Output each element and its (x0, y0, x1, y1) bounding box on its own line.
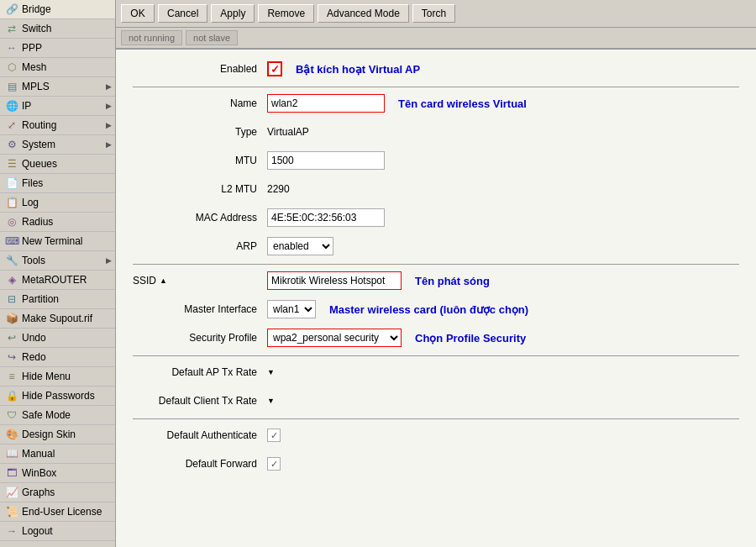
master-interface-label: Master Interface (133, 303, 267, 315)
ppp-icon: ↔ (5, 41, 18, 55)
mtu-row: MTU (133, 150, 739, 171)
sidebar-item-label-hidepass: Hide Passwords (22, 390, 95, 402)
name-input[interactable] (267, 94, 385, 113)
sidebar-item-routing[interactable]: ⤢Routing (0, 116, 115, 135)
divider-3 (133, 355, 739, 356)
divider-2 (133, 264, 739, 265)
sidebar-item-undo[interactable]: ↩Undo (0, 329, 115, 348)
remove-button[interactable]: Remove (258, 4, 314, 23)
ssid-input[interactable] (267, 271, 402, 290)
ssid-annotation: Tên phát sóng (415, 275, 490, 287)
logout-icon: → (5, 524, 18, 538)
mac-row: MAC Address (133, 207, 739, 229)
sidebar-item-label-manual: Manual (22, 448, 55, 460)
type-label: Type (133, 126, 267, 138)
torch-button[interactable]: Torch (412, 4, 455, 23)
sidebar-item-label-bridge: Bridge (22, 3, 51, 15)
hidemenu-icon: ≡ (5, 370, 18, 383)
sidebar-item-system[interactable]: ⚙System (0, 135, 115, 155)
sidebar-item-hidepass[interactable]: 🔒Hide Passwords (0, 387, 115, 406)
sidebar-item-redo[interactable]: ↪Redo (0, 348, 115, 367)
ssid-label: SSID ▲ (133, 275, 267, 287)
arp-value: enabled disabled proxy-arp reply-only (267, 237, 739, 255)
master-interface-select[interactable]: wlan1 wlan2 (267, 300, 316, 318)
advanced-mode-button[interactable]: Advanced Mode (318, 4, 409, 23)
arp-row: ARP enabled disabled proxy-arp reply-onl… (133, 235, 739, 257)
main-content: OK Cancel Apply Remove Advanced Mode Tor… (116, 0, 756, 547)
default-authenticate-value (267, 429, 739, 442)
sidebar-item-ppp[interactable]: ↔PPP (0, 39, 115, 58)
status-not-slave: not slave (186, 30, 238, 45)
sidebar-item-label-make: Make Supout.rif (22, 313, 92, 324)
sidebar-item-label-undo: Undo (22, 332, 46, 344)
form-area: Enabled Bật kích hoạt Virtual AP Name Tê… (116, 50, 756, 547)
default-ap-tx-row: Default AP Tx Rate ▼ (133, 361, 739, 383)
sidebar-item-mesh[interactable]: ⬡Mesh (0, 58, 115, 77)
sidebar-item-label-files: Files (22, 177, 43, 189)
metarouter-icon: ◈ (5, 273, 18, 287)
mtu-input[interactable] (267, 151, 385, 170)
security-profile-label: Security Profile (133, 332, 267, 344)
hidepass-icon: 🔒 (5, 389, 18, 402)
apply-button[interactable]: Apply (211, 4, 255, 23)
sidebar-item-label-hidemenu: Hide Menu (22, 371, 71, 382)
make-icon: 📦 (5, 312, 18, 325)
default-authenticate-row: Default Authenticate (133, 424, 739, 446)
sidebar-item-mpls[interactable]: ▤MPLS (0, 77, 115, 97)
sidebar-item-tools[interactable]: 🔧Tools (0, 251, 115, 271)
sidebar-item-make[interactable]: 📦Make Supout.rif (0, 309, 115, 329)
sidebar-item-label-routing: Routing (22, 119, 56, 131)
sidebar-item-queues[interactable]: ☰Queues (0, 155, 115, 174)
name-annotation: Tên card wireless Virtual (398, 97, 527, 110)
queues-icon: ☰ (5, 157, 18, 171)
designskin-icon: 🎨 (5, 428, 18, 441)
files-icon: 📄 (5, 176, 18, 190)
sidebar-item-log[interactable]: 📋Log (0, 193, 115, 213)
cancel-button[interactable]: Cancel (158, 4, 207, 23)
sidebar: 🔗Bridge⇄Switch↔PPP⬡Mesh▤MPLS🌐IP⤢Routing⚙… (0, 0, 116, 547)
sidebar-item-label-ppp: PPP (22, 42, 42, 54)
arp-select[interactable]: enabled disabled proxy-arp reply-only (267, 237, 333, 255)
sidebar-item-bridge[interactable]: 🔗Bridge (0, 0, 115, 19)
sidebar-item-metarouter[interactable]: ◈MetaROUTER (0, 271, 115, 290)
arp-label: ARP (133, 240, 267, 252)
mtu-label: MTU (133, 155, 267, 166)
sidebar-item-switch[interactable]: ⇄Switch (0, 19, 115, 39)
default-client-tx-value: ▼ (267, 397, 739, 405)
default-authenticate-label: Default Authenticate (133, 429, 267, 441)
sidebar-item-new-terminal[interactable]: ⌨New Terminal (0, 232, 115, 251)
sidebar-item-manual[interactable]: 📖Manual (0, 444, 115, 464)
default-forward-checkbox[interactable] (267, 457, 281, 471)
sidebar-item-radius[interactable]: ◎Radius (0, 213, 115, 232)
sidebar-item-label-graphs: Graphs (22, 487, 55, 498)
ok-button[interactable]: OK (121, 4, 155, 23)
sidebar-item-graphs[interactable]: 📈Graphs (0, 483, 115, 502)
default-client-tx-label: Default Client Tx Rate (133, 395, 267, 407)
mac-input[interactable] (267, 208, 385, 227)
sidebar-item-winbox[interactable]: 🗔WinBox (0, 464, 115, 483)
default-ap-tx-value: ▼ (267, 368, 739, 376)
sidebar-item-files[interactable]: 📄Files (0, 174, 115, 193)
sidebar-item-hidemenu[interactable]: ≡Hide Menu (0, 367, 115, 387)
enabled-row: Enabled Bật kích hoạt Virtual AP (133, 58, 739, 80)
sidebar-item-designskin[interactable]: 🎨Design Skin (0, 425, 115, 444)
ssid-arrow-icon: ▲ (160, 276, 167, 285)
enabled-checkbox[interactable] (267, 61, 282, 76)
enabled-label: Enabled (133, 63, 267, 75)
master-interface-row: Master Interface wlan1 wlan2 Master wire… (133, 298, 739, 320)
sidebar-item-label-logout: Logout (22, 525, 53, 537)
winbox-icon: 🗔 (5, 466, 18, 480)
default-authenticate-checkbox[interactable] (267, 429, 281, 442)
security-profile-select[interactable]: wpa2_personal security default none (267, 329, 402, 347)
default-ap-tx-label: Default AP Tx Rate (133, 366, 267, 378)
sidebar-item-logout[interactable]: →Logout (0, 522, 115, 541)
sidebar-item-safemode[interactable]: 🛡Safe Mode (0, 406, 115, 425)
sidebar-item-ip[interactable]: 🌐IP (0, 97, 115, 116)
name-value: Tên card wireless Virtual (267, 94, 739, 113)
sidebar-item-license[interactable]: 📜End-User License (0, 502, 115, 522)
type-text: VirtualAP (267, 126, 309, 138)
sidebar-item-partition[interactable]: ⊟Partition (0, 290, 115, 309)
name-label: Name (133, 97, 267, 109)
ssid-value: Tên phát sóng (267, 271, 739, 290)
toolbar: OK Cancel Apply Remove Advanced Mode Tor… (116, 0, 756, 28)
